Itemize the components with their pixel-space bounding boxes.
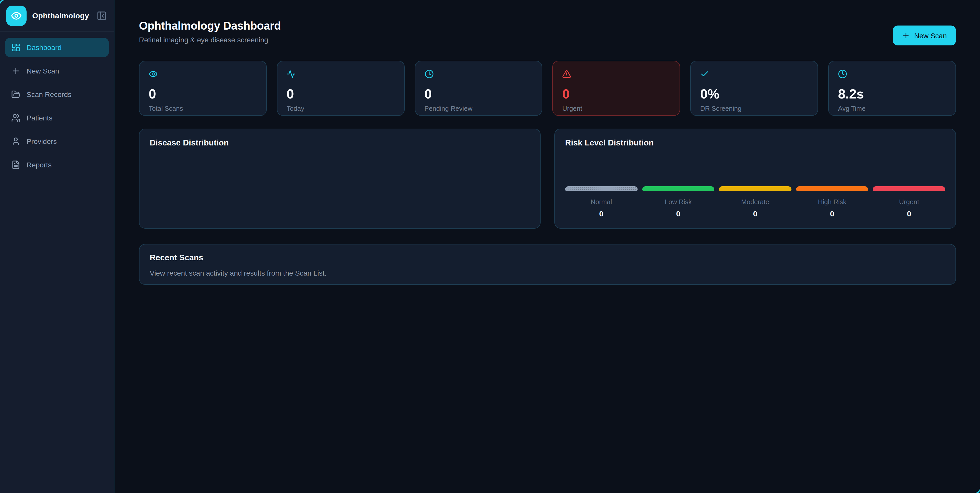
sidebar-item-scan-records[interactable]: Scan Records (5, 85, 109, 104)
layout-dashboard-icon (11, 43, 21, 52)
risk-label: Moderate (719, 198, 791, 206)
app-window: Ophthalmology Dashboard (0, 0, 980, 493)
sidebar-item-label: Patients (27, 114, 52, 122)
sidebar-item-dashboard[interactable]: Dashboard (5, 38, 109, 57)
sidebar-collapse-button[interactable] (95, 10, 108, 22)
risk-value: 0 (719, 209, 791, 218)
plus-icon (11, 67, 21, 76)
sidebar-item-label: Reports (27, 161, 52, 169)
disease-distribution-panel: Disease Distribution (139, 128, 541, 229)
sidebar-item-label: New Scan (27, 67, 59, 75)
page-header: Ophthalmology Dashboard Retinal imaging … (139, 19, 956, 45)
risk-level-normal: Normal 0 (565, 186, 637, 218)
stat-card-today: 0 Today (277, 61, 405, 116)
frame-corner-accent (971, 484, 980, 493)
alert-triangle-icon (562, 70, 571, 79)
stat-card-avg-time: 8.2s Avg Time (828, 61, 956, 116)
stat-value: 8.2s (838, 87, 946, 101)
risk-label: High Risk (796, 198, 869, 206)
sidebar: Ophthalmology Dashboard (0, 0, 115, 493)
risk-bars: Normal 0 Low Risk 0 Moderate 0 (565, 186, 945, 219)
stat-label: Today (286, 105, 395, 112)
panel-title: Risk Level Distribution (565, 138, 945, 147)
new-scan-button-label: New Scan (914, 32, 947, 40)
page-title: Ophthalmology Dashboard (139, 19, 281, 33)
risk-level-moderate: Moderate 0 (719, 186, 791, 218)
sidebar-header: Ophthalmology (0, 0, 114, 32)
risk-level-high: High Risk 0 (796, 186, 869, 218)
brand-title: Ophthalmology (32, 11, 95, 20)
clock-icon (838, 70, 847, 79)
stat-card-pending-review: 0 Pending Review (415, 61, 542, 116)
risk-bar (642, 186, 714, 191)
stat-value: 0 (286, 87, 395, 101)
stat-card-urgent: 0 Urgent (553, 61, 680, 116)
sidebar-item-new-scan[interactable]: New Scan (5, 61, 109, 81)
app-logo (6, 5, 27, 26)
panel-title: Recent Scans (150, 253, 945, 262)
risk-bar (796, 186, 869, 191)
users-icon (11, 113, 21, 122)
recent-scans-panel: Recent Scans View recent scan activity a… (139, 244, 956, 285)
risk-bar (565, 186, 637, 191)
sidebar-item-reports[interactable]: Reports (5, 155, 109, 174)
risk-value: 0 (642, 209, 714, 218)
risk-label: Urgent (873, 198, 945, 206)
stat-label: Total Scans (149, 105, 257, 112)
risk-level-distribution-panel: Risk Level Distribution Normal 0 Low Ris… (554, 128, 956, 229)
sidebar-item-label: Dashboard (27, 43, 62, 52)
file-text-icon (11, 160, 21, 170)
risk-value: 0 (796, 209, 869, 218)
sidebar-item-label: Scan Records (27, 90, 72, 98)
recent-scans-description: View recent scan activity and results fr… (150, 269, 945, 277)
sidebar-nav: Dashboard New Scan Scan Records (0, 32, 114, 181)
eye-icon (149, 70, 158, 79)
risk-value: 0 (873, 209, 945, 218)
risk-label: Low Risk (642, 198, 714, 206)
stat-label: DR Screening (700, 105, 808, 112)
plus-icon (902, 32, 910, 40)
main-content: Ophthalmology Dashboard Retinal imaging … (115, 0, 980, 493)
user-icon (11, 137, 21, 146)
eye-icon (11, 10, 22, 21)
check-icon (700, 70, 710, 79)
activity-icon (286, 70, 296, 79)
stat-card-total-scans: 0 Total Scans (139, 61, 267, 116)
risk-level-urgent: Urgent 0 (873, 186, 945, 218)
sidebar-item-label: Providers (27, 137, 57, 146)
stat-label: Urgent (562, 105, 671, 112)
panel-left-close-icon (97, 11, 107, 21)
page-subtitle: Retinal imaging & eye disease screening (139, 36, 281, 44)
frame-corner-accent (0, 0, 9, 9)
stats-row: 0 Total Scans 0 Today 0 (139, 61, 956, 116)
stat-label: Avg Time (838, 105, 946, 112)
stat-card-dr-screening: 0% DR Screening (690, 61, 818, 116)
panel-title: Disease Distribution (150, 138, 530, 147)
panels-row: Disease Distribution Risk Level Distribu… (139, 128, 956, 229)
stat-value: 0 (149, 87, 257, 101)
risk-bar (719, 186, 791, 191)
risk-label: Normal (565, 198, 637, 206)
risk-level-low: Low Risk 0 (642, 186, 714, 218)
folder-open-icon (11, 90, 21, 99)
new-scan-button[interactable]: New Scan (892, 25, 956, 45)
clock-icon (424, 70, 434, 79)
stat-value: 0 (562, 87, 671, 101)
sidebar-item-patients[interactable]: Patients (5, 108, 109, 128)
stat-label: Pending Review (424, 105, 533, 112)
stat-value: 0 (424, 87, 533, 101)
sidebar-item-providers[interactable]: Providers (5, 132, 109, 151)
stat-value: 0% (700, 87, 808, 101)
risk-value: 0 (565, 209, 637, 218)
risk-bar (873, 186, 945, 191)
